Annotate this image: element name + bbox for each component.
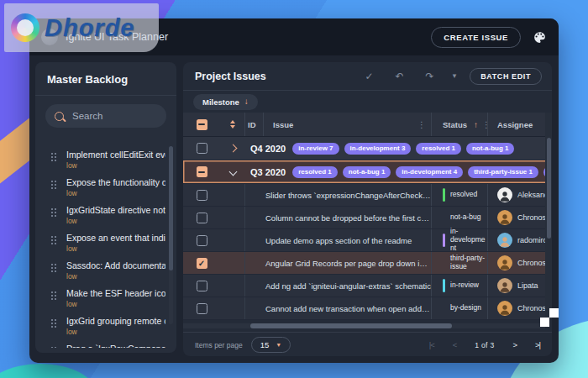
batch-edit-button[interactable]: BATCH EDIT	[470, 68, 542, 85]
list-item[interactable]: Implement cellEditExit event low	[35, 144, 168, 172]
status-chip[interactable]: in-development 3	[344, 143, 412, 155]
undo-icon[interactable]: ↶	[396, 71, 404, 81]
col-assignee[interactable]: Assignee	[497, 120, 533, 129]
group-expand-icon[interactable]	[228, 168, 237, 176]
commit-check-icon[interactable]: ✓	[365, 71, 373, 81]
status-chip[interactable]: resolved 1	[416, 143, 461, 155]
search-icon	[55, 112, 64, 121]
drag-handle-icon[interactable]	[50, 207, 57, 218]
issue-cell: Update demo apps section of the readme	[264, 236, 431, 245]
drag-handle-icon[interactable]	[50, 152, 57, 162]
col-issue[interactable]: Issue	[273, 120, 293, 129]
assignee-cell: Lipata	[488, 275, 552, 297]
row-checkbox[interactable]	[197, 143, 207, 154]
h-scrollbar-area	[183, 320, 552, 332]
status-cell: resolved	[432, 184, 488, 206]
group-expand-icon[interactable]	[228, 144, 237, 153]
table-row[interactable]: Column cannot be dropped before the firs…	[183, 207, 552, 229]
issue-cell: Slider throws `expressionChangeAfterChec…	[264, 191, 431, 200]
table-row[interactable]: Angular Grid Records per page drop down …	[183, 252, 552, 275]
background: { "watermark": { "brand": "Dhorde" }, "a…	[0, 0, 588, 378]
search-box[interactable]	[45, 104, 166, 128]
page-size-select[interactable]: 15 ▼	[251, 337, 291, 353]
groupby-area: Milestone ↓	[183, 91, 552, 113]
v-scrollbar[interactable]	[545, 113, 552, 319]
table-row[interactable]: Slider throws `expressionChangeAfterChec…	[183, 184, 552, 207]
status-cell: third-party-issue	[432, 252, 488, 274]
sidebar-scrollbar[interactable]	[169, 146, 173, 324]
item-priority: low	[66, 300, 165, 308]
row-checkbox[interactable]	[197, 166, 207, 177]
item-priority: low	[66, 217, 165, 225]
group-row[interactable]: Q3 2020 resolved 1not-a-bug 1in-developm…	[183, 160, 552, 184]
list-item[interactable]: Drag a `IgxRowComponent` f… low	[35, 339, 168, 348]
pager-prev-button[interactable]: <	[453, 340, 457, 349]
status-bar	[443, 234, 445, 247]
list-item[interactable]: IgxGrid grouping remote oper… low	[35, 311, 168, 339]
item-title: Expose an event that indicat…	[66, 233, 165, 243]
status-chip[interactable]: in-review 7	[292, 143, 339, 155]
col-status[interactable]: Status	[443, 120, 467, 129]
status-chip[interactable]: not-a-bug 1	[466, 143, 515, 155]
dropdown-caret-icon[interactable]: ▾	[453, 72, 457, 80]
redo-icon[interactable]: ↷	[426, 71, 434, 81]
pager-next-button[interactable]: >	[512, 340, 517, 349]
table-row[interactable]: Update demo apps section of the readme i…	[183, 229, 552, 252]
row-checkbox[interactable]	[197, 235, 207, 246]
h-scrollbar[interactable]	[183, 323, 545, 328]
search-input[interactable]	[71, 110, 158, 122]
header-select-checkbox[interactable]	[197, 119, 207, 130]
groupby-chip[interactable]: Milestone ↓	[193, 94, 258, 110]
expand-collapse-all-icon[interactable]	[230, 120, 235, 129]
table-row[interactable]: Cannot add new transaction when open add…	[183, 297, 552, 320]
item-priority: low	[66, 272, 165, 281]
grid-body: Q4 2020 in-review 7in-development 3resol…	[183, 137, 552, 320]
drag-handle-icon[interactable]	[50, 263, 57, 273]
groupby-sort-icon[interactable]: ↓	[244, 97, 249, 106]
sidebar-title: Master Backlog	[35, 62, 176, 96]
h-scrollbar-thumb[interactable]	[250, 323, 452, 328]
list-item[interactable]: Expose the functionality of p… low	[35, 172, 168, 200]
main-panel: Project Issues ✓ ↶ ↷ ▾ BATCH EDIT Milest…	[183, 62, 552, 356]
pager-first-button[interactable]: |<	[429, 340, 434, 349]
item-title: Drag a `IgxRowComponent` f…	[66, 344, 165, 348]
drag-handle-icon[interactable]	[50, 291, 57, 301]
item-priority: low	[66, 161, 165, 170]
row-checkbox[interactable]	[197, 213, 207, 223]
grid-footer: Items per page 15 ▼ |< < 1 of 3 > >|	[183, 332, 552, 356]
status-chip[interactable]: third-party-issue 1	[468, 166, 538, 178]
v-scrollbar-thumb[interactable]	[547, 138, 551, 239]
status-chip[interactable]: in-development 4	[396, 166, 463, 178]
avatar	[497, 255, 512, 270]
row-checkbox[interactable]	[197, 258, 207, 269]
row-checkbox[interactable]	[197, 190, 207, 201]
drag-handle-icon[interactable]	[50, 318, 57, 328]
palette-icon[interactable]	[533, 30, 547, 45]
col-id[interactable]: ID	[248, 120, 256, 129]
status-label: resolved	[450, 191, 477, 199]
status-label: in-development	[450, 228, 487, 252]
list-item[interactable]: Make the ESF header icon te… low	[35, 283, 168, 311]
list-item[interactable]: Expose an event that indicat… low	[35, 228, 168, 255]
col-issue-menu-icon[interactable]: ⋮	[417, 120, 426, 129]
list-item[interactable]: IgxGridState directive not abl… low	[35, 200, 168, 228]
assignee-cell: ChronosSF	[488, 207, 552, 228]
col-status-sort-icon[interactable]: ↑	[474, 120, 478, 129]
row-checkbox[interactable]	[197, 303, 207, 314]
table-row[interactable]: Add ng add `igniteui-angular-extras` sch…	[183, 275, 552, 297]
create-issue-button[interactable]: CREATE ISSUE	[431, 27, 521, 48]
assignee-cell: Aleksandyr	[488, 184, 552, 206]
drag-handle-icon[interactable]	[50, 346, 57, 348]
pager-last-button[interactable]: >|	[535, 340, 540, 349]
sidebar-scrollbar-thumb[interactable]	[169, 146, 173, 270]
status-bar	[443, 188, 445, 202]
status-chip[interactable]: resolved 1	[292, 166, 338, 178]
row-checkbox[interactable]	[197, 281, 207, 291]
status-chip[interactable]: not-a-bug 1	[343, 166, 391, 178]
drag-handle-icon[interactable]	[50, 235, 57, 245]
drag-handle-icon[interactable]	[50, 180, 57, 190]
avatar	[497, 301, 512, 316]
watermark-logo-icon	[11, 13, 39, 42]
group-row[interactable]: Q4 2020 in-review 7in-development 3resol…	[183, 137, 552, 160]
list-item[interactable]: Sassdoc: Add documentation… low	[35, 255, 168, 283]
